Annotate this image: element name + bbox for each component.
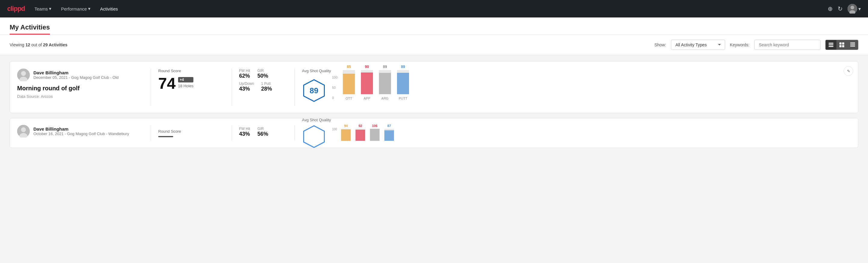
- nav-performance[interactable]: Performance ▾: [61, 6, 91, 11]
- metric-row-1: FW Hit 62% GIR 50%: [239, 68, 280, 79]
- compact-view-button[interactable]: [847, 40, 858, 50]
- svg-rect-11: [850, 43, 855, 44]
- user-name: Dave Billingham: [33, 70, 119, 75]
- svg-rect-4: [829, 45, 833, 46]
- search-input[interactable]: [754, 40, 820, 50]
- user-details-2: Dave Billingham October 16, 2021 - Gog M…: [33, 126, 129, 136]
- hexagon-value: 89: [310, 86, 318, 95]
- viewing-text: Viewing 12 out of 29 Activities: [10, 42, 650, 47]
- card-metrics: FW Hit 62% GIR 50% Up/Down 43% 1 Putt 28…: [239, 68, 287, 94]
- svg-rect-6: [839, 42, 841, 45]
- chevron-down-icon: ▾: [858, 6, 861, 12]
- bar-arg-wrapper: [379, 70, 391, 94]
- card-divider: [294, 68, 295, 106]
- svg-rect-9: [842, 45, 844, 47]
- show-label: Show:: [654, 42, 666, 47]
- shot-quality-row-2: 100 94 92: [302, 124, 394, 148]
- score-holes: 18 Holes: [178, 84, 193, 88]
- metric-row-2: Up/Down 43% 1 Putt 28%: [239, 82, 280, 92]
- grid-view-button[interactable]: [836, 40, 847, 50]
- updown-label: Up/Down: [239, 82, 254, 86]
- user-menu[interactable]: ▾: [847, 4, 861, 13]
- hexagon-container: 89: [302, 79, 326, 103]
- filter-bar: Viewing 12 out of 29 Activities Show: Al…: [0, 35, 868, 55]
- add-icon[interactable]: ⊕: [828, 5, 833, 12]
- shot-quality-content-row: 89 100 50 0: [302, 76, 409, 106]
- bar-app-fill-2: [355, 130, 365, 141]
- fw-hit-label: FW Hit: [239, 68, 250, 73]
- round-score-label-2: Round Score: [158, 129, 217, 134]
- bar-arg: 89 ARG: [379, 65, 391, 100]
- svg-rect-13: [850, 46, 855, 47]
- user-date-2: October 16, 2021 - Gog Magog Golf Club -…: [33, 132, 129, 136]
- shot-quality-title: Avg Shot Quality: [302, 68, 409, 73]
- hexagon-container-2: [302, 124, 326, 148]
- svg-point-19: [21, 127, 26, 132]
- viewing-count: 12: [26, 42, 30, 47]
- svg-rect-8: [839, 45, 841, 47]
- card-divider-2: [151, 125, 151, 141]
- page-header: My Activities: [0, 18, 868, 35]
- round-score-section-2: Round Score: [158, 129, 224, 137]
- navbar: clippd Teams ▾ Performance ▾ Activities …: [0, 0, 868, 18]
- svg-point-15: [21, 71, 26, 76]
- card-divider-4: [294, 125, 295, 141]
- avatar-2: [17, 125, 30, 138]
- round-score-section: Round Score 74 +4 18 Holes: [158, 68, 224, 94]
- grid-icon: [839, 42, 844, 47]
- nav-teams[interactable]: Teams ▾: [35, 6, 52, 11]
- bar-app-wrapper-2: [355, 129, 365, 141]
- svg-marker-21: [304, 126, 324, 147]
- bar-app-2: 92: [355, 124, 365, 141]
- logo[interactable]: clippd: [7, 5, 25, 12]
- activity-type-select[interactable]: All Activity Types: [671, 40, 725, 50]
- score-badge: +4: [178, 77, 193, 83]
- bar-arg-2: 106: [370, 124, 379, 141]
- shot-quality-content-2: Avg Shot Quality 100: [302, 118, 394, 148]
- card-divider-3: [231, 125, 232, 141]
- bar-putt-fill-2: [384, 130, 394, 141]
- nav-activities[interactable]: Activities: [100, 6, 118, 11]
- user-date: December 05, 2021 - Gog Magog Golf Club …: [33, 75, 119, 80]
- bar-ott-fill-2: [341, 129, 351, 141]
- chevron-down-icon: ▾: [49, 6, 52, 11]
- activity-card-2: Dave Billingham October 16, 2021 - Gog M…: [10, 118, 858, 148]
- bar-chart: 100 50 0 85 OTT: [332, 76, 409, 106]
- keywords-label: Keywords:: [730, 42, 749, 47]
- bar-app-value: 90: [365, 65, 369, 69]
- bar-putt-value-2: 87: [388, 124, 391, 127]
- user-details: Dave Billingham December 05, 2021 - Gog …: [33, 70, 119, 80]
- bar-putt: 89 PUTT: [397, 65, 409, 100]
- refresh-icon[interactable]: ↻: [838, 5, 843, 12]
- bar-arg-value-2: 106: [372, 124, 377, 127]
- bar-putt-2: 87: [384, 124, 394, 141]
- user-avatar: [847, 4, 857, 13]
- fw-hit-value: 62%: [239, 73, 250, 79]
- view-buttons: [825, 40, 858, 50]
- avg-shot-quality-section: Avg Shot Quality 89: [302, 68, 446, 106]
- bar-app: 90 APP: [361, 65, 373, 100]
- bar-putt-wrapper-2: [384, 129, 394, 141]
- bar-putt-fill: [397, 73, 409, 94]
- oneputt-value: 28%: [261, 86, 272, 92]
- card-left: Dave Billingham December 05, 2021 - Gog …: [17, 68, 144, 99]
- card-divider: [231, 68, 232, 106]
- user-info-2: Dave Billingham October 16, 2021 - Gog M…: [17, 125, 136, 138]
- bar-arg-label: ARG: [381, 96, 389, 100]
- fw-hit-metric: FW Hit 62%: [239, 68, 250, 79]
- fw-hit-label-2: FW Hit: [239, 127, 250, 131]
- data-source: Data Source: Arccos: [17, 94, 136, 99]
- user-info: Dave Billingham December 05, 2021 - Gog …: [17, 68, 136, 81]
- svg-rect-5: [829, 46, 833, 47]
- activity-title: Morning round of golf: [17, 85, 136, 92]
- bar-chart-inner: 100 50 0 85 OTT: [332, 76, 409, 106]
- oneputt-metric: 1 Putt 28%: [261, 82, 272, 92]
- gir-value-2: 56%: [257, 131, 268, 137]
- svg-rect-12: [850, 45, 855, 46]
- bar-arg-fill-2: [370, 129, 379, 141]
- card-metrics-2: FW Hit 43% GIR 56%: [239, 127, 287, 140]
- avg-shot-quality-section-2: Avg Shot Quality 100: [302, 118, 446, 148]
- list-view-button[interactable]: [826, 40, 836, 50]
- edit-button[interactable]: ✎: [844, 66, 853, 76]
- gir-metric-2: GIR 56%: [257, 127, 268, 137]
